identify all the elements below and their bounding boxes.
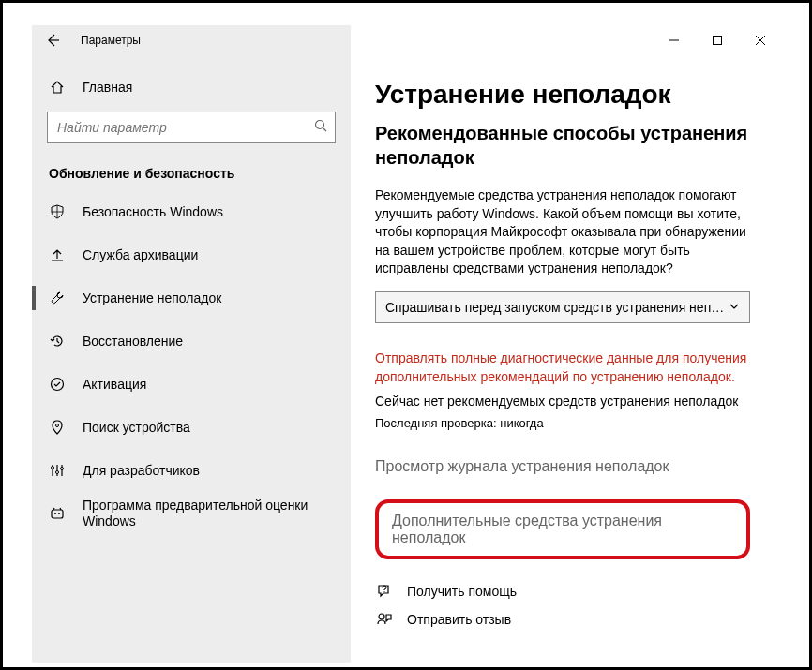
minimize-button[interactable] bbox=[653, 25, 696, 55]
wrench-icon bbox=[49, 290, 66, 306]
sidebar-item-backup[interactable]: Служба архивации bbox=[32, 233, 351, 276]
sidebar-item-security[interactable]: Безопасность Windows bbox=[32, 190, 351, 233]
svg-point-8 bbox=[54, 513, 56, 514]
sidebar-item-developers[interactable]: Для разработчиков bbox=[32, 449, 351, 492]
svg-point-4 bbox=[52, 467, 54, 469]
svg-point-1 bbox=[316, 121, 324, 129]
window-title: Параметры bbox=[81, 34, 141, 47]
history-icon bbox=[49, 333, 66, 350]
insider-icon bbox=[49, 505, 66, 522]
sidebar-item-label: Активация bbox=[83, 377, 351, 393]
location-icon bbox=[49, 419, 66, 436]
svg-rect-7 bbox=[52, 510, 63, 518]
svg-point-6 bbox=[61, 468, 64, 470]
shield-icon bbox=[49, 203, 66, 220]
maximize-button[interactable] bbox=[696, 25, 739, 55]
sidebar-item-troubleshoot[interactable]: Устранение неполадок bbox=[32, 276, 351, 320]
svg-point-2 bbox=[52, 379, 64, 391]
svg-rect-0 bbox=[714, 37, 722, 45]
sidebar-item-activation[interactable]: Активация bbox=[32, 363, 351, 406]
chevron-down-icon bbox=[729, 300, 740, 315]
close-button[interactable] bbox=[739, 25, 782, 55]
home-icon bbox=[49, 79, 66, 96]
sidebar-item-label: Программа предварительной оценки Windows bbox=[83, 498, 351, 529]
sidebar-item-find-device[interactable]: Поиск устройства bbox=[32, 406, 351, 449]
sidebar-item-label: Устранение неполадок bbox=[83, 290, 351, 306]
search-icon bbox=[314, 119, 327, 136]
get-help-label: Получить помощь bbox=[407, 584, 517, 599]
last-check-text: Последняя проверка: никогда bbox=[375, 416, 750, 430]
page-title: Устранение неполадок bbox=[375, 80, 750, 110]
sidebar-home[interactable]: Главная bbox=[32, 68, 351, 106]
search-input[interactable] bbox=[47, 112, 336, 143]
sliders-icon bbox=[49, 462, 66, 479]
sidebar-item-label: Безопасность Windows bbox=[83, 204, 351, 220]
send-feedback-label: Отправить отзыв bbox=[407, 612, 511, 627]
search-input-field[interactable] bbox=[57, 120, 314, 135]
svg-point-9 bbox=[58, 513, 60, 514]
page-subtitle: Рекомендованные способы устранения непол… bbox=[375, 121, 750, 170]
svg-point-5 bbox=[56, 471, 59, 474]
svg-point-3 bbox=[56, 424, 59, 427]
sidebar-home-label: Главная bbox=[83, 80, 132, 95]
sidebar-item-insider[interactable]: Программа предварительной оценки Windows bbox=[32, 492, 351, 535]
dropdown-label: Спрашивать перед запуском средств устран… bbox=[385, 300, 729, 315]
get-help-link[interactable]: Получить помощь bbox=[375, 582, 750, 601]
svg-point-11 bbox=[379, 614, 384, 619]
diagnostic-warning[interactable]: Отправлять полные диагностические данные… bbox=[375, 350, 750, 386]
sidebar-item-label: Поиск устройства bbox=[83, 420, 351, 436]
sidebar-item-recovery[interactable]: Восстановление bbox=[32, 320, 351, 363]
help-icon bbox=[375, 582, 394, 601]
send-feedback-link[interactable]: Отправить отзыв bbox=[375, 610, 750, 629]
additional-troubleshooters-link[interactable]: Дополнительные средства устранения непол… bbox=[375, 499, 750, 559]
back-button[interactable] bbox=[39, 27, 66, 53]
sidebar-section-title: Обновление и безопасность bbox=[32, 153, 351, 190]
sidebar-item-label: Для разработчиков bbox=[83, 463, 351, 479]
view-history-link[interactable]: Просмотр журнала устранения неполадок bbox=[375, 458, 750, 475]
description-text: Рекомендуемые средства устранения непола… bbox=[375, 186, 750, 278]
sidebar-item-label: Восстановление bbox=[83, 334, 351, 350]
feedback-icon bbox=[375, 610, 394, 629]
no-recommendations-text: Сейчас нет рекомендуемых средств устране… bbox=[375, 394, 750, 409]
sidebar-item-label: Служба архивации bbox=[83, 247, 351, 263]
troubleshoot-dropdown[interactable]: Спрашивать перед запуском средств устран… bbox=[375, 291, 750, 323]
check-circle-icon bbox=[49, 376, 66, 393]
upload-icon bbox=[49, 246, 66, 263]
svg-point-10 bbox=[384, 591, 385, 592]
